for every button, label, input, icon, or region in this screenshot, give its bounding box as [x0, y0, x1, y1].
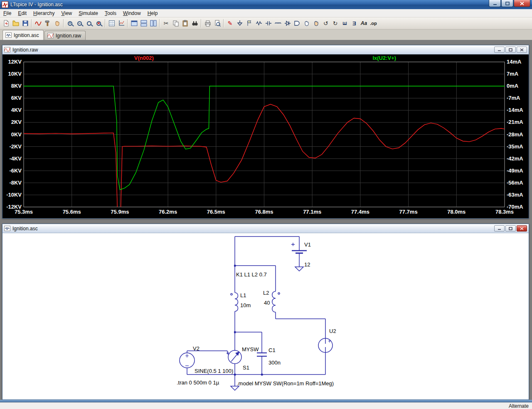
cut-button[interactable]: ✂: [161, 19, 171, 28]
schematic-window[interactable]: Ignition.asc: [2, 224, 529, 400]
tile-horizontal-button[interactable]: [139, 19, 148, 28]
minimize-button[interactable]: [489, 0, 501, 7]
save-button[interactable]: [20, 19, 30, 28]
schematic-close-button[interactable]: [517, 225, 527, 232]
print-button[interactable]: [203, 19, 212, 28]
menu-hierarchy[interactable]: Hierarchy: [30, 10, 58, 17]
toolbar-separator: [31, 19, 32, 27]
v2-name-label[interactable]: V2: [193, 345, 200, 352]
coupling-directive[interactable]: K1 L1 L2 0.7: [236, 271, 267, 278]
v2-source-symbol[interactable]: [180, 353, 195, 368]
svg-text:77.1ms: 77.1ms: [303, 209, 321, 215]
waveform-window-titlebar[interactable]: Ignition.raw: [2, 45, 529, 54]
clipboard-icon: [182, 20, 189, 27]
wire-button[interactable]: ✎: [225, 19, 235, 28]
waveform-plot-area[interactable]: 12KV10KV8KV6KV4KV2KV0KV-2KV-4KV-6KV-8KV-…: [2, 54, 529, 218]
l2-name-label[interactable]: L2: [263, 290, 269, 296]
c1-capacitor-symbol[interactable]: [257, 353, 267, 356]
mirror-button[interactable]: E: [350, 19, 359, 28]
rotate-button[interactable]: E: [340, 19, 350, 28]
pane-icon: [131, 20, 138, 27]
drag-button[interactable]: [311, 19, 321, 28]
open-button[interactable]: [11, 19, 20, 28]
text-button[interactable]: Aa: [359, 19, 369, 28]
halt-button[interactable]: [43, 19, 52, 28]
svg-text:0KV: 0KV: [11, 131, 22, 138]
c1-name-label[interactable]: C1: [268, 347, 276, 353]
copy-button[interactable]: [171, 19, 180, 28]
diode-button[interactable]: [283, 19, 292, 28]
print-preview-button[interactable]: [212, 19, 222, 28]
inductor-button[interactable]: [273, 19, 283, 28]
u2-component-symbol[interactable]: [318, 338, 332, 352]
undo-button[interactable]: ↺: [321, 19, 330, 28]
tab-label: Ignition.raw: [56, 33, 81, 39]
new-schematic-button[interactable]: [1, 19, 11, 28]
net-label-button[interactable]: [244, 19, 254, 28]
waveform-maximize-button[interactable]: [505, 47, 516, 53]
tab-ignition-raw[interactable]: Ignition.raw: [44, 31, 86, 40]
close-button[interactable]: [514, 0, 530, 7]
menu-file[interactable]: File: [0, 10, 15, 17]
zoom-out-button[interactable]: −: [75, 19, 84, 28]
component-button[interactable]: [292, 19, 302, 28]
tran-directive[interactable]: .tran 0 500m 0 1µ: [177, 379, 219, 386]
u2-name-label[interactable]: U2: [329, 328, 336, 334]
run-button[interactable]: [33, 19, 43, 28]
menu-tools[interactable]: Tools: [101, 10, 120, 17]
s1-ground-icon: [231, 386, 239, 390]
menu-view[interactable]: View: [58, 10, 75, 17]
title-bar[interactable]: LTspice IV - Ignition.asc: [0, 0, 532, 9]
autorange-button[interactable]: [116, 19, 126, 28]
menu-simulate[interactable]: Simulate: [75, 10, 101, 17]
waveform-minimize-button[interactable]: [494, 47, 505, 53]
waveform-chart[interactable]: 12KV10KV8KV6KV4KV2KV0KV-2KV-4KV-6KV-8KV-…: [2, 54, 529, 218]
zoom-in-button[interactable]: +: [65, 19, 75, 28]
schematic-window-titlebar[interactable]: Ignition.asc: [2, 224, 529, 233]
ground-button[interactable]: [235, 19, 244, 28]
v1-name-label[interactable]: V1: [304, 241, 311, 248]
tool-bar: + − ✕ ✂ ✎ ↺ ↻ E E Aa .op: [0, 17, 532, 30]
zoom-fit-button[interactable]: ✕: [94, 19, 103, 28]
menu-edit[interactable]: Edit: [15, 10, 30, 17]
l1-name-label[interactable]: L1: [240, 292, 246, 298]
l2-value-label[interactable]: 40: [264, 300, 270, 306]
maximize-button[interactable]: [501, 0, 513, 7]
model-directive[interactable]: .model MYSW SW(Ron=1m Roff=1Meg): [237, 380, 334, 387]
pause-button[interactable]: [52, 19, 62, 28]
schematic-maximize-button[interactable]: [505, 225, 516, 232]
c1-value-label[interactable]: 300n: [268, 360, 281, 366]
spice-directive-button[interactable]: .op: [369, 19, 378, 28]
v1-value-label[interactable]: 12: [304, 261, 310, 268]
paste-button[interactable]: [180, 19, 190, 28]
tile-vertical-button[interactable]: [148, 19, 158, 28]
zoom-extents-button[interactable]: [84, 19, 94, 28]
capacitor-button[interactable]: [264, 19, 273, 28]
waveform-file-icon: [4, 47, 10, 52]
svg-text:75.3ms: 75.3ms: [15, 209, 33, 215]
s1-model-label[interactable]: MYSW: [242, 346, 259, 352]
s1-name-label[interactable]: S1: [243, 365, 249, 371]
waveform-window[interactable]: Ignition.raw 12KV10KV8KV6KV4KV2KV0KV-2KV…: [2, 45, 529, 219]
resistor-button[interactable]: [254, 19, 264, 28]
l1-inductor-symbol[interactable]: [231, 293, 238, 311]
move-button[interactable]: [302, 19, 311, 28]
v2-value-label[interactable]: SINE(0.5 1 100): [195, 368, 233, 374]
menu-help[interactable]: Help: [144, 10, 161, 17]
svg-text:0mA: 0mA: [507, 83, 519, 89]
axes-icon: [118, 20, 125, 27]
l1-value-label[interactable]: 10m: [240, 302, 251, 308]
tab-ignition-asc[interactable]: Ignition.asc: [2, 30, 44, 40]
gate-icon: [294, 20, 300, 27]
find-button[interactable]: [190, 19, 200, 28]
plot-pane-button[interactable]: [129, 19, 139, 28]
redo-button[interactable]: ↻: [330, 19, 340, 28]
schematic-canvas-area[interactable]: V1 12 K1 L1 L2 0.7 L1 10m L2 40 U2 C1 30…: [2, 233, 529, 399]
l2-inductor-symbol[interactable]: [272, 291, 280, 312]
grid-button[interactable]: [107, 19, 116, 28]
waveform-close-button[interactable]: [517, 47, 527, 53]
svg-text:77.7ms: 77.7ms: [399, 209, 418, 215]
schematic-canvas[interactable]: V1 12 K1 L1 L2 0.7 L1 10m L2 40 U2 C1 30…: [2, 233, 529, 399]
schematic-minimize-button[interactable]: [494, 225, 505, 232]
menu-window[interactable]: Window: [120, 10, 144, 17]
